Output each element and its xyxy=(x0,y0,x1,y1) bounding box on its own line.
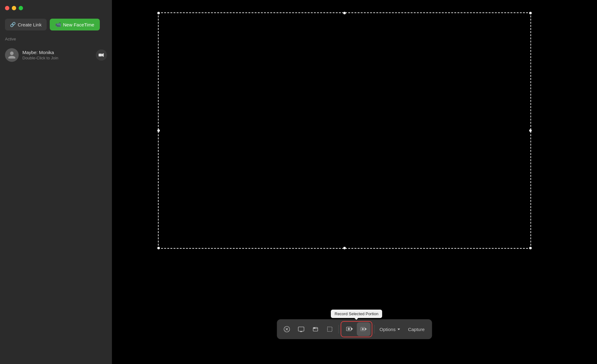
screenshot-window-button[interactable] xyxy=(308,322,322,336)
contact-item[interactable]: Maybe: Monika Double-Click to Join xyxy=(0,45,112,65)
svg-rect-0 xyxy=(99,54,102,57)
capture-label: Capture xyxy=(408,327,424,332)
selection-icon xyxy=(326,326,333,333)
record-screen-icon xyxy=(346,326,353,333)
selection-rectangle[interactable] xyxy=(158,12,531,249)
contact-info: Maybe: Monika Double-Click to Join xyxy=(22,50,92,60)
handle-bottom-left[interactable] xyxy=(157,247,160,249)
handle-middle-right[interactable] xyxy=(529,129,532,132)
handle-bottom-right[interactable] xyxy=(529,247,532,249)
handle-top-right[interactable] xyxy=(529,12,532,14)
screenshot-selection-button[interactable] xyxy=(323,322,336,336)
svg-rect-5 xyxy=(298,327,304,331)
new-facetime-button[interactable]: 📹 New FaceTime xyxy=(50,19,100,30)
screenshot-full-button[interactable] xyxy=(294,322,308,336)
video-call-button[interactable] xyxy=(96,49,107,61)
sidebar xyxy=(0,16,112,364)
svg-marker-1 xyxy=(102,53,104,57)
close-toolbar-button[interactable] xyxy=(280,322,294,336)
x-icon xyxy=(283,326,290,333)
handle-middle-left[interactable] xyxy=(157,129,160,132)
screenshot-toolbar: Record Selected Portion xyxy=(277,319,432,339)
traffic-lights xyxy=(5,6,23,10)
svg-point-15 xyxy=(348,329,349,329)
avatar xyxy=(5,48,19,62)
create-link-label: Create Link xyxy=(18,22,42,27)
active-section-label: Active xyxy=(5,37,16,41)
handle-top-left[interactable] xyxy=(157,12,160,14)
person-icon xyxy=(7,51,16,59)
buttons-row: 🔗 Create Link 📹 New FaceTime xyxy=(5,19,100,30)
minimize-button[interactable] xyxy=(12,6,16,10)
record-screen-button[interactable] xyxy=(342,322,356,336)
record-tooltip: Record Selected Portion xyxy=(331,310,382,318)
chevron-down-icon xyxy=(397,329,400,330)
link-icon: 🔗 xyxy=(10,22,16,27)
svg-marker-16 xyxy=(351,328,353,330)
svg-marker-20 xyxy=(365,328,367,330)
record-group: Record Selected Portion xyxy=(340,321,372,337)
toolbar-separator xyxy=(338,325,339,334)
window-icon xyxy=(312,326,319,333)
contact-name: Maybe: Monika xyxy=(22,50,92,55)
title-bar xyxy=(0,0,112,16)
record-portion-icon xyxy=(360,326,367,333)
create-link-button[interactable]: 🔗 Create Link xyxy=(5,19,47,30)
svg-rect-12 xyxy=(327,327,332,332)
close-button[interactable] xyxy=(5,6,9,10)
capture-button[interactable]: Capture xyxy=(404,322,429,336)
options-button[interactable]: Options xyxy=(376,322,403,336)
main-content-area: Record Selected Portion xyxy=(112,0,597,364)
svg-point-19 xyxy=(363,329,363,329)
full-screen-icon xyxy=(298,326,304,333)
new-facetime-label: New FaceTime xyxy=(63,22,94,27)
options-label: Options xyxy=(379,327,396,332)
maximize-button[interactable] xyxy=(19,6,23,10)
video-icon xyxy=(99,53,104,57)
toolbar-separator-2 xyxy=(374,325,374,334)
svg-point-11 xyxy=(315,328,315,328)
contact-subtitle: Double-Click to Join xyxy=(22,56,92,60)
video-camera-icon: 📹 xyxy=(55,22,61,27)
handle-top-center[interactable] xyxy=(343,12,346,14)
svg-point-10 xyxy=(314,328,314,328)
record-portion-button[interactable] xyxy=(357,322,370,336)
handle-bottom-center[interactable] xyxy=(343,247,346,249)
